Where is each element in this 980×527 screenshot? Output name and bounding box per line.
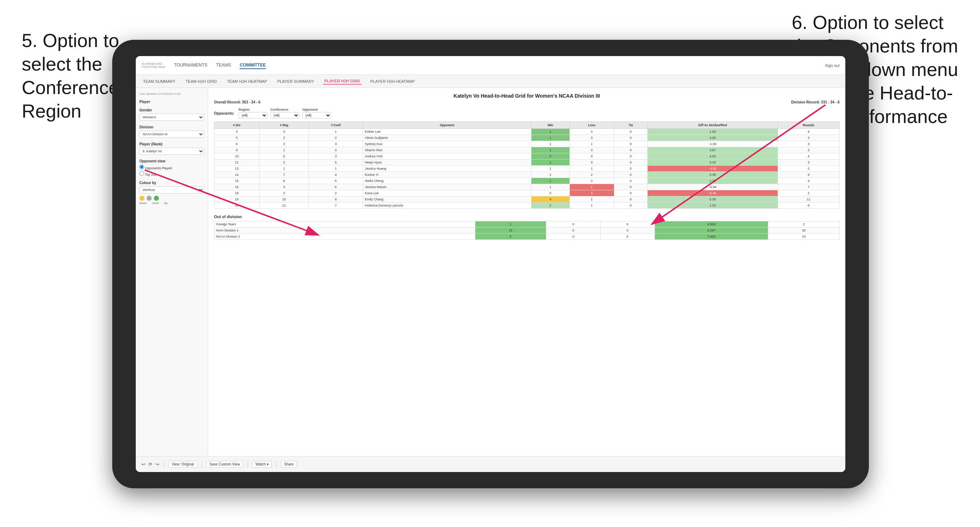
- toolbar-sep3: [248, 461, 248, 468]
- player-rank-select[interactable]: 8. Katelyn Vo: [139, 148, 204, 155]
- tablet-screen: SCOREBOARD Powered by clippd TOURNAMENTS…: [136, 56, 845, 472]
- table-row: 20117Federica Domecq Lacroze2101.336: [214, 203, 840, 209]
- toolbar-save-custom-view[interactable]: Save Custom View: [206, 461, 243, 468]
- sidebar-opponent-view-section: Opponent view Opponents Played Top 100: [139, 159, 204, 176]
- nav-items: TOURNAMENTS TEAMS COMMITTEE: [174, 62, 816, 69]
- filter-opponent-group: Opponent (All): [302, 108, 331, 119]
- filter-opponent-title: Opponent: [302, 108, 331, 111]
- filter-opponent-select[interactable]: (All): [302, 112, 331, 119]
- th-reg: # Reg: [259, 122, 309, 129]
- nav-committee[interactable]: COMMITTEE: [240, 62, 266, 69]
- toolbar-sep1: [164, 461, 164, 468]
- sub-nav-team-summary[interactable]: TEAM SUMMARY: [142, 78, 177, 84]
- sidebar-gender-section: Gender Women's: [139, 108, 204, 121]
- th-div: # Div: [214, 122, 259, 129]
- timestamp: Last Updated: 27/03/2024 14:54: [139, 92, 204, 95]
- filter-region-group: Region (All): [239, 108, 267, 119]
- th-conf: # Conf: [309, 122, 363, 129]
- filter-conference-group: Conference (All): [270, 108, 299, 119]
- opponent-view-label: Opponent view: [139, 159, 204, 163]
- toolbar-undo2[interactable]: ⟳: [148, 462, 153, 467]
- dot-yellow: [139, 196, 145, 201]
- th-tie: Tie: [614, 122, 647, 129]
- radio-opponents-played-input[interactable]: [139, 165, 144, 169]
- sidebar: Last Updated: 27/03/2024 14:54 Player Ge…: [136, 88, 208, 456]
- overall-record: Overall Record: 353 - 34 - 6: [214, 100, 260, 104]
- sign-out-button[interactable]: Sign out: [825, 63, 840, 68]
- toolbar-redo[interactable]: ↪: [155, 462, 159, 467]
- nav-teams[interactable]: TEAMS: [216, 62, 231, 69]
- gender-label: Gender: [139, 108, 204, 112]
- division-record: Division Record: 331 - 34 - 6: [791, 100, 840, 104]
- dot-green: [154, 196, 159, 201]
- dot-gray: [146, 196, 152, 201]
- toolbar-view-original[interactable]: View: Original: [168, 461, 197, 468]
- toolbar-sep2: [202, 461, 202, 468]
- table-row: 1585Stella Cheng1001.254: [214, 178, 840, 184]
- radio-top100-input[interactable]: [139, 171, 144, 176]
- colour-labels: Down Level Up: [139, 202, 204, 205]
- player-rank-label: Player (Rank): [139, 142, 204, 146]
- out-of-division-title: Out of division: [214, 214, 840, 219]
- table-row: 1311Jessica Huang110-3.002: [214, 166, 840, 172]
- tablet-frame: SCOREBOARD Powered by clippd TOURNAMENTS…: [112, 40, 869, 488]
- out-of-division-table: Foreign Team1004.5002NAIA Division 11500…: [214, 221, 840, 240]
- sidebar-player-section: Player: [139, 100, 204, 104]
- th-diff: Diff Av Strokes/Rnd: [647, 122, 778, 129]
- toolbar-sep4: [276, 461, 277, 468]
- table-row: 1822Euna Lee030-5.002: [214, 190, 840, 197]
- toolbar-share[interactable]: Share: [281, 461, 297, 468]
- sidebar-colour-section: Colour by Win/loss Down Level Up: [139, 181, 204, 205]
- colour-by-select[interactable]: Win/loss: [139, 186, 204, 194]
- sidebar-player-rank-section: Player (Rank) 8. Katelyn Vo: [139, 142, 204, 155]
- division-select[interactable]: NCAA Division III: [139, 130, 204, 138]
- app-nav: SCOREBOARD Powered by clippd TOURNAMENTS…: [136, 56, 845, 75]
- th-opponent: Opponent: [363, 122, 531, 129]
- filter-conference-title: Conference: [270, 108, 299, 111]
- radio-top100[interactable]: Top 100: [139, 171, 204, 176]
- main-content: Last Updated: 27/03/2024 14:54 Player Ge…: [136, 88, 845, 456]
- table-row: 19106Emily Chang4100.3011: [214, 197, 840, 203]
- sub-nav-player-h2h-grid[interactable]: PLAYER H2H GRID: [323, 78, 362, 85]
- gender-select[interactable]: Women's: [139, 114, 204, 121]
- table-row: 914Sharon Mun1003.673: [214, 147, 840, 153]
- filter-region-title: Region: [239, 108, 267, 111]
- colour-label-up: Up: [164, 202, 168, 205]
- table-row: 1474Eunice Yi2200.389: [214, 172, 840, 178]
- table-row: 522Alexis Sudjianto1004.003: [214, 135, 840, 141]
- sub-nav-player-summary[interactable]: PLAYER SUMMARY: [276, 78, 316, 84]
- filter-region-select[interactable]: (All): [239, 112, 267, 119]
- main-data-table: # Div # Reg # Conf Opponent Win Loss Tie…: [214, 122, 840, 209]
- ood-table-row: NCAA Division 25007.40010: [214, 234, 840, 240]
- sub-nav-player-h2h-heatmap[interactable]: PLAYER H2H HEATMAP: [369, 78, 416, 84]
- ood-table-row: NAIA Division 115009.26730: [214, 227, 840, 234]
- records-row: Overall Record: 353 - 34 - 6 Division Re…: [214, 100, 840, 104]
- filter-row: Opponents: Region (All) Conference (All): [214, 108, 840, 119]
- content-panel: Katelyn Vo Head-to-Head Grid for Women's…: [208, 88, 845, 456]
- toolbar-undo[interactable]: ↩: [142, 462, 146, 467]
- division-label: Division: [139, 125, 204, 129]
- out-of-division: Out of division Foreign Team1004.5002NAI…: [214, 214, 840, 240]
- th-loss: Loss: [570, 122, 614, 129]
- opponent-view-radios: Opponents Played Top 100: [139, 165, 204, 176]
- sub-nav-team-h2h-heatmap[interactable]: TEAM H2H HEATMAP: [226, 78, 269, 84]
- player-label: Player: [139, 100, 204, 104]
- app-logo: SCOREBOARD Powered by clippd: [142, 63, 165, 68]
- sidebar-division-section: Division NCAA Division III: [139, 125, 204, 138]
- ood-table-row: Foreign Team1004.5002: [214, 221, 840, 227]
- colour-label-down: Down: [139, 202, 146, 205]
- th-win: Win: [531, 122, 570, 129]
- table-row: 1063Andrea York2004.004: [214, 153, 840, 160]
- opponents-label: Opponents:: [214, 111, 234, 115]
- radio-opponents-played[interactable]: Opponents Played: [139, 165, 204, 170]
- table-row: 1125Heeju Hyun1003.333: [214, 160, 840, 166]
- nav-tournaments[interactable]: TOURNAMENTS: [174, 62, 207, 69]
- toolbar-watch[interactable]: Watch ▾: [252, 461, 272, 468]
- th-rounds: Rounds: [778, 122, 839, 129]
- panel-title: Katelyn Vo Head-to-Head Grid for Women's…: [214, 93, 840, 99]
- filter-conference-select[interactable]: (All): [270, 112, 299, 119]
- table-row: 1636Jessica Mason120-0.947: [214, 184, 840, 190]
- sub-nav-team-h2h-grid[interactable]: TEAM H2H GRID: [184, 78, 218, 84]
- colour-dots: [139, 196, 204, 201]
- colour-label-level: Level: [152, 202, 159, 205]
